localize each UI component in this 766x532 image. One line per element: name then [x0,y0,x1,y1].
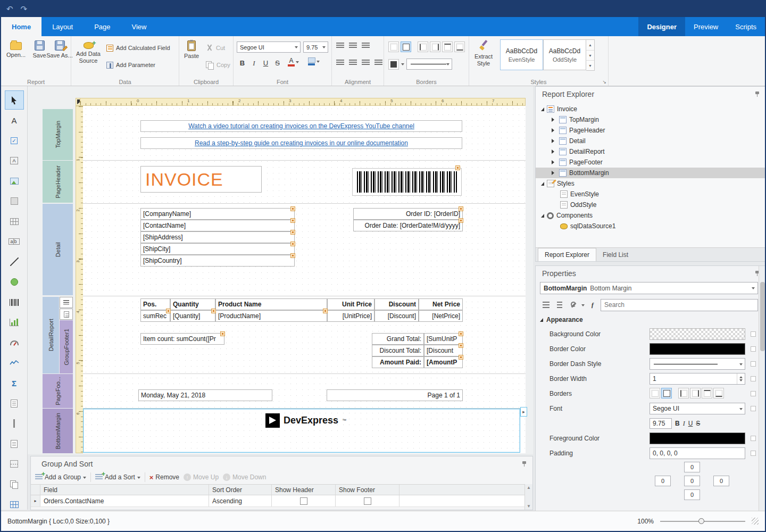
collapse-icon[interactable] [552,171,556,175]
ship-address-field[interactable]: [ShipAddress] [140,231,295,243]
smart-tag[interactable] [290,206,295,211]
tab-field-list[interactable]: Field List [596,248,635,261]
add-data-source-button[interactable]: + Add Data Source [73,39,103,64]
invoice-title-label[interactable]: INVOICE [140,166,262,193]
tab-view[interactable]: View [121,17,157,36]
expand-icon[interactable] [541,182,544,186]
table-tool[interactable] [5,212,24,231]
company-name-field[interactable]: [CompanyName] [140,208,295,220]
align-top-icon[interactable] [336,60,344,66]
redo-icon[interactable]: ↷ [21,4,28,14]
strikeout-button[interactable]: S [696,420,700,427]
group-and-sort-scrollbar[interactable]: ▲ ▼ [524,484,532,510]
border-right-button[interactable] [690,388,701,398]
sparkline-tool[interactable] [5,353,24,372]
tree-item-components[interactable]: Components [536,210,765,221]
column-field[interactable]: Field [40,485,209,495]
smart-tag[interactable] [459,218,463,223]
padding-all-box[interactable]: 0 [684,476,700,486]
add-a-group-button[interactable]: Add a Group [35,473,86,481]
smart-tag[interactable] [459,343,463,348]
table-header-product-name[interactable]: Product Name [215,298,327,310]
table-header-net-price[interactable]: Net Price [419,298,463,310]
properties-search-input[interactable] [601,299,758,311]
align-left-icon[interactable] [336,43,344,49]
tree-item-evenstyle[interactable]: EvenStyle [536,189,765,200]
border-bottom-button[interactable] [454,41,465,52]
font-family-combo[interactable]: Segoe UI [237,41,301,53]
report-canvas[interactable]: Watch a video tutorial on creating invoi… [83,106,526,453]
table-cell-unit-price[interactable]: [UnitPrice] [327,310,374,322]
gallery-more-icon[interactable]: ▼ [586,60,594,70]
discount-total-label[interactable]: Discount Total: [372,345,424,356]
table-cell-net-price[interactable]: [NetPrice] [419,310,463,322]
table-cell-discount[interactable]: [Discount] [374,310,419,322]
customize-wrench-icon[interactable] [568,299,579,311]
order-id-field[interactable]: Order ID: [OrderID] [353,208,463,220]
add-a-sort-button[interactable]: Add a Sort [95,473,140,481]
smart-tag[interactable] [290,242,295,246]
chart-tool[interactable] [5,313,24,332]
border-top-button[interactable] [442,41,453,52]
collapse-icon[interactable] [552,139,556,143]
column-sort-order[interactable]: Sort Order [209,485,272,495]
expand-icon[interactable] [541,214,544,218]
collapse-icon[interactable] [552,160,556,164]
smart-tag[interactable] [220,331,225,336]
gallery-up-icon[interactable]: ▲ [586,40,594,50]
border-right-button[interactable] [430,41,440,52]
property-checkbox[interactable] [751,331,756,337]
save-as-button[interactable]: Save As... [45,39,74,59]
align-right-icon[interactable] [362,43,370,49]
align-middle-icon[interactable] [349,60,357,66]
subreport-tool[interactable] [5,475,24,494]
italic-button[interactable]: I [683,420,685,428]
properties-scrollbar[interactable] [759,266,765,511]
row-sort-order-value[interactable]: Ascending [209,495,272,506]
font-color-button[interactable]: A [288,57,299,66]
pin-icon[interactable] [754,91,760,97]
discount-total-value[interactable]: [Discount [424,345,463,356]
padding-top-box[interactable]: 0 [684,462,700,472]
align-justify-icon[interactable] [374,60,382,66]
border-left-button[interactable] [678,388,689,398]
grand-total-value[interactable]: [SumUnitP [424,333,463,345]
tree-item-styles[interactable]: Styles [536,178,765,189]
bold-button[interactable]: B [675,420,680,427]
scroll-up-icon[interactable]: ▲ [527,485,531,490]
group-and-sort-row[interactable]: ▸ Orders.ContactName Ascending [31,495,524,507]
amount-paid-value[interactable]: [AmountP [424,356,463,368]
label-tool[interactable]: A [5,111,24,130]
ship-country-field[interactable]: [ShipCountry] [140,255,295,267]
border-top-button[interactable] [702,388,712,398]
scroll-down-icon[interactable]: ▼ [527,504,531,509]
border-color-swatch[interactable] [650,343,745,355]
page-info-tool[interactable] [5,394,24,413]
property-checkbox[interactable] [751,436,756,441]
padding-left-box[interactable]: 0 [655,476,671,486]
remove-button[interactable]: ×Remove [149,473,179,481]
devexpress-logo[interactable]: DevExpress ™ [265,413,346,428]
align-center-icon[interactable] [349,43,357,49]
font-size-combo[interactable]: 9.75 [303,41,328,53]
bold-button[interactable]: B [237,57,248,69]
scrollbar-thumb[interactable] [760,282,765,351]
smart-tag[interactable] [455,165,460,170]
band-page-header[interactable]: PageHeader [43,161,73,203]
tree-item-pagefooter[interactable]: PageFooter [536,157,765,168]
show-header-checkbox[interactable] [300,497,307,505]
border-bottom-button[interactable] [713,388,724,398]
add-calculated-field-button[interactable]: Add Calculated Field [106,43,170,53]
gallery-down-icon[interactable]: ▼ [586,50,594,60]
font-family-combo[interactable]: Segoe UI [650,403,745,414]
smart-tag[interactable] [290,230,295,235]
tab-report-explorer[interactable]: Report Explorer [538,248,596,261]
align-bottom-icon[interactable] [362,60,370,66]
properties-alphabetical-icon[interactable] [554,299,565,311]
table-header-discount[interactable]: Discount [374,298,419,310]
order-date-field[interactable]: Order Date: [OrderDate!M/d/yyyy] [353,220,463,231]
band-page-footer[interactable]: PageFoo... [43,374,73,408]
smart-tag[interactable] [459,355,463,360]
table-cell-quantity[interactable]: [Quantity] [170,310,215,322]
smart-tag[interactable] [166,309,171,313]
